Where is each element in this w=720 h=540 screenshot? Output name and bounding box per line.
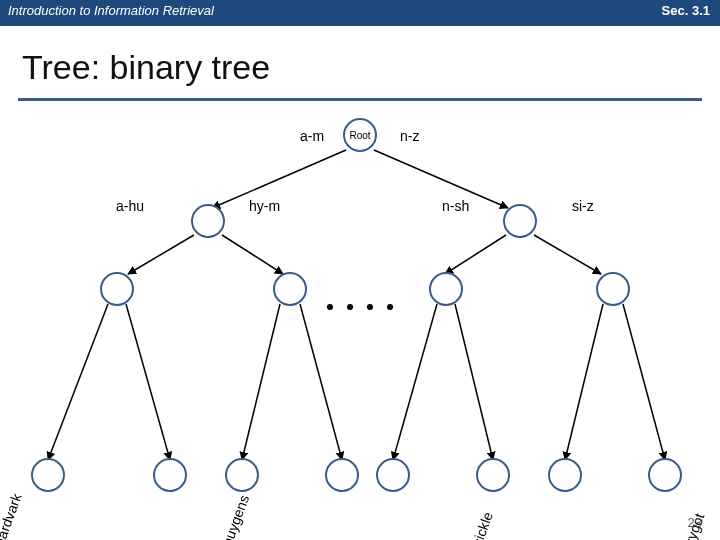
- tree-leaf: [476, 458, 510, 492]
- edge-label-a-hu: a-hu: [116, 198, 144, 214]
- svg-line-7: [126, 304, 170, 460]
- tree-node: [429, 272, 463, 306]
- root-text: Root: [349, 130, 370, 141]
- edge-label-n-z: n-z: [400, 128, 419, 144]
- tree-leaf: [376, 458, 410, 492]
- edge-label-a-m: a-m: [300, 128, 324, 144]
- tree-node: [100, 272, 134, 306]
- tree-leaf: [648, 458, 682, 492]
- dot: [327, 304, 333, 310]
- ellipsis-dots: [327, 304, 393, 310]
- svg-line-4: [445, 235, 506, 274]
- svg-line-13: [623, 304, 665, 460]
- svg-line-10: [393, 304, 437, 460]
- tree-node: [191, 204, 225, 238]
- tree-node: [273, 272, 307, 306]
- tree-node-root: Root: [343, 118, 377, 152]
- dot: [387, 304, 393, 310]
- tree-leaf: [548, 458, 582, 492]
- svg-line-11: [455, 304, 493, 460]
- tree-leaf: [31, 458, 65, 492]
- tree-leaf: [153, 458, 187, 492]
- svg-line-12: [565, 304, 603, 460]
- svg-line-1: [374, 150, 508, 208]
- edge-label-n-sh: n-sh: [442, 198, 469, 214]
- tree-leaf: [325, 458, 359, 492]
- svg-line-2: [128, 235, 194, 274]
- page-number: 23: [688, 515, 702, 530]
- tree-node: [596, 272, 630, 306]
- tree-leaf: [225, 458, 259, 492]
- edge-label-si-z: si-z: [572, 198, 594, 214]
- diagram-stage: Root a-m n-z a-hu hy-m n-sh si-z: [0, 0, 720, 540]
- dot: [347, 304, 353, 310]
- edge-label-hy-m: hy-m: [249, 198, 280, 214]
- svg-line-9: [300, 304, 342, 460]
- svg-line-5: [534, 235, 601, 274]
- tree-node: [503, 204, 537, 238]
- tree-edges: [0, 0, 720, 540]
- svg-line-6: [48, 304, 108, 460]
- svg-line-8: [242, 304, 280, 460]
- dot: [367, 304, 373, 310]
- svg-line-3: [222, 235, 283, 274]
